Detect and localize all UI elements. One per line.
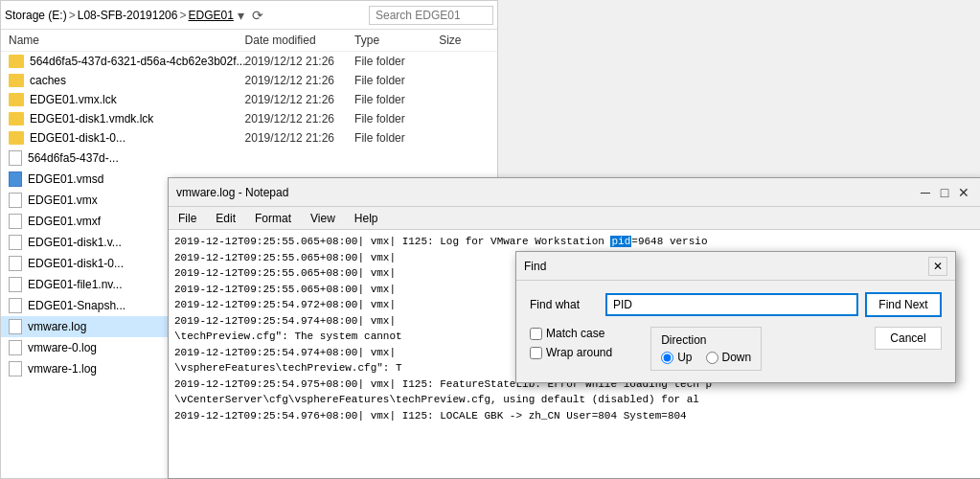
file-icon (9, 193, 22, 208)
file-name: caches (9, 74, 245, 87)
file-name: EDGE01-disk1.vmdk.lck (9, 112, 245, 125)
direction-up-radio[interactable] (661, 352, 673, 364)
folder-icon (9, 93, 24, 106)
col-header-name[interactable]: Name (9, 34, 245, 47)
file-name: 564d6fa5-437d-... (9, 150, 245, 166)
folder-icon (9, 131, 24, 145)
file-type: File folder (354, 55, 439, 68)
file-name: EDGE01-disk1-0... (9, 131, 245, 145)
address-bar: Storage (E:) > L08-SFB-20191206 > EDGE01… (1, 1, 497, 30)
wrap-around-label: Wrap around (546, 346, 612, 359)
find-titlebar: Find ✕ (516, 252, 955, 281)
find-what-label: Find what (530, 298, 606, 311)
col-header-date[interactable]: Date modified (245, 34, 354, 47)
cancel-button[interactable]: Cancel (875, 327, 942, 350)
match-case-row[interactable]: Match case (530, 327, 612, 340)
pid-highlight: pid (610, 236, 631, 247)
file-icon (9, 298, 22, 313)
table-row[interactable]: 564d6fa5-437d-6321-d56a-4cb62e3b02f... 2… (1, 52, 497, 71)
find-title: Find (524, 260, 928, 273)
file-icon (9, 150, 22, 166)
find-next-button[interactable]: Find Next (865, 292, 942, 317)
find-what-input[interactable] (606, 294, 857, 315)
sep1: > (69, 9, 76, 22)
match-case-label: Match case (546, 327, 604, 340)
menu-help[interactable]: Help (349, 210, 384, 227)
direction-group: Direction Up Down (650, 327, 762, 371)
file-icon (9, 214, 22, 229)
notepad-menubar: File Edit Format View Help (169, 207, 980, 230)
menu-edit[interactable]: Edit (210, 210, 241, 227)
find-options: Match case Wrap around Direction Up Do (530, 327, 942, 371)
file-icon (9, 256, 22, 271)
file-icon (9, 361, 22, 376)
folder-icon (9, 112, 24, 125)
file-icon (9, 171, 22, 187)
menu-view[interactable]: View (305, 210, 341, 227)
menu-file[interactable]: File (172, 210, 202, 227)
wrap-around-row[interactable]: Wrap around (530, 346, 612, 359)
search-input[interactable] (369, 6, 493, 25)
file-type: File folder (354, 131, 439, 145)
file-date: 2019/12/12 21:26 (245, 112, 354, 125)
file-type: File folder (354, 74, 439, 87)
dropdown-btn[interactable]: ▾ (234, 8, 248, 23)
sep2: > (179, 9, 186, 22)
col-header-size[interactable]: Size (439, 34, 490, 47)
direction-options: Up Down (661, 351, 751, 364)
find-what-row: Find what Find Next (530, 292, 942, 317)
direction-down-radio[interactable] (706, 352, 718, 364)
notepad-title: vmware.log - Notepad (176, 186, 916, 199)
file-icon (9, 235, 22, 250)
direction-up-row[interactable]: Up (661, 351, 692, 364)
direction-label: Direction (661, 333, 751, 347)
direction-up-label: Up (677, 351, 692, 364)
minimize-btn[interactable]: ─ (916, 183, 935, 202)
file-icon (9, 277, 22, 292)
wrap-around-checkbox[interactable] (530, 347, 542, 359)
close-btn[interactable]: ✕ (954, 183, 973, 202)
file-date: 2019/12/12 21:26 (245, 131, 354, 145)
path-l08[interactable]: L08-SFB-20191206 (78, 9, 178, 22)
file-type: File folder (354, 93, 439, 106)
path-edge01[interactable]: EDGE01 (188, 9, 233, 22)
cancel-col: Cancel (875, 327, 942, 350)
folder-icon (9, 74, 24, 87)
file-date: 2019/12/12 21:26 (245, 55, 354, 68)
file-name: 564d6fa5-437d-6321-d56a-4cb62e3b02f... (9, 55, 245, 68)
checkboxes: Match case Wrap around (530, 327, 612, 359)
folder-icon (9, 55, 24, 68)
table-row[interactable]: EDGE01-disk1.vmdk.lck 2019/12/12 21:26 F… (1, 109, 497, 128)
find-body: Find what Find Next Match case Wrap arou… (516, 281, 955, 382)
file-icon (9, 319, 22, 334)
direction-down-row[interactable]: Down (706, 351, 752, 364)
direction-down-label: Down (722, 351, 752, 364)
menu-format[interactable]: Format (249, 210, 297, 227)
table-row[interactable]: EDGE01-disk1-0... 2019/12/12 21:26 File … (1, 128, 497, 148)
file-type: File folder (354, 112, 439, 125)
file-icon (9, 340, 22, 355)
notepad-titlebar: vmware.log - Notepad ─ □ ✕ (169, 178, 980, 207)
maximize-btn[interactable]: □ (935, 183, 954, 202)
table-row[interactable]: caches 2019/12/12 21:26 File folder (1, 71, 497, 90)
table-row[interactable]: EDGE01.vmx.lck 2019/12/12 21:26 File fol… (1, 90, 497, 109)
table-row[interactable]: 564d6fa5-437d-... (1, 148, 497, 169)
find-dialog: Find ✕ Find what Find Next Match case Wr… (515, 251, 956, 383)
file-date: 2019/12/12 21:26 (245, 74, 354, 87)
file-list-header: Name Date modified Type Size (1, 30, 497, 52)
file-date: 2019/12/12 21:26 (245, 93, 354, 106)
path-storage[interactable]: Storage (E:) (5, 9, 67, 22)
find-close-btn[interactable]: ✕ (928, 257, 947, 276)
file-name: EDGE01.vmx.lck (9, 93, 245, 106)
col-header-type[interactable]: Type (354, 34, 439, 47)
refresh-btn[interactable]: ⟳ (248, 8, 267, 23)
match-case-checkbox[interactable] (530, 328, 542, 340)
